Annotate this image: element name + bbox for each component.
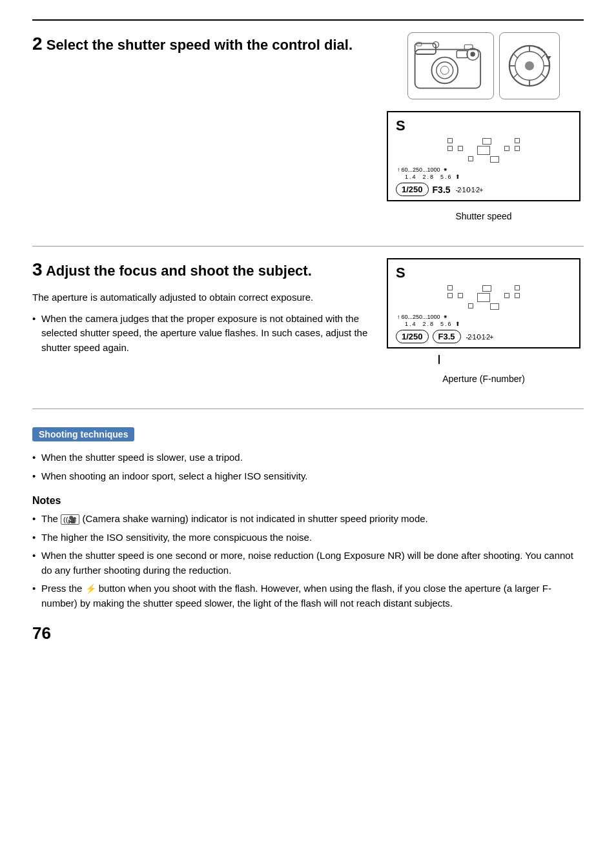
scale-text: 60...250...1000 <box>402 167 440 173</box>
divider-1 <box>32 246 584 247</box>
dot <box>447 138 453 143</box>
svg-point-13 <box>525 61 534 70</box>
lcd2-row3 <box>450 303 517 310</box>
technique-bullet-2: When shooting an indoor sport, select a … <box>32 469 584 484</box>
dial-svg <box>504 40 555 92</box>
lcd2-bottom-row: 1/250 F3.5 -2·1·0·1·2+ <box>396 330 571 343</box>
dot <box>515 285 520 290</box>
notes-list: The ((🎥 (Camera shake warning) indicator… <box>32 512 584 611</box>
step3-title: Adjust the focus and shoot the subject. <box>46 263 312 279</box>
dot <box>458 293 463 298</box>
step3-number: 3 <box>32 259 43 279</box>
dot-rect <box>490 156 499 163</box>
dot <box>468 156 473 161</box>
note-3: When the shutter speed is one second or … <box>32 549 584 578</box>
step2-right: S <box>384 32 584 221</box>
step3-heading: 3 Adjust the focus and shoot the subject… <box>32 258 371 281</box>
step2-left: 2 Select the shutter speed with the cont… <box>32 32 371 221</box>
scale-text: 60...250...1000 <box>402 314 440 320</box>
lcd1-focus-dots <box>396 138 571 164</box>
lcd1-bottom-row: 1/250 F3.5 -2·1·0·1·2+ <box>396 183 571 196</box>
lcd2-s-label: S <box>396 265 571 281</box>
lcd1-row1 <box>447 138 520 145</box>
lcd1-caption: Shutter speed <box>455 211 511 221</box>
lcd1-scale-numbers: 60...250...1000 ⁕ <box>402 167 571 173</box>
camera-images <box>407 32 560 99</box>
top-rule <box>32 19 584 21</box>
step3-right: S <box>384 258 584 384</box>
note-1: The ((🎥 (Camera shake warning) indicator… <box>32 512 584 527</box>
svg-rect-5 <box>457 50 467 57</box>
step2-heading: 2 Select the shutter speed with the cont… <box>32 32 371 56</box>
step3-bullets: When the camera judges that the proper e… <box>32 312 371 356</box>
camera-body-box <box>407 32 494 99</box>
lcd2-ev-scale: -2·1·0·1·2+ <box>466 333 493 341</box>
notes-heading: Notes <box>32 495 584 507</box>
step2-title: Select the shutter speed with the contro… <box>46 37 353 53</box>
aperture-arrow <box>387 355 580 364</box>
lcd2-scale-numbers: 60...250...1000 ⁕ <box>402 314 571 320</box>
step2-section: 2 Select the shutter speed with the cont… <box>32 32 584 234</box>
dot-rect <box>477 146 490 155</box>
lcd2-shutter-speed: 1/250 <box>396 330 429 343</box>
dial-box <box>499 32 560 99</box>
svg-point-7 <box>470 52 475 56</box>
camera-body-svg <box>412 37 489 95</box>
dot <box>515 293 520 298</box>
step3-section: 3 Adjust the focus and shoot the subject… <box>32 258 584 397</box>
step3-body: The aperture is automatically adjusted t… <box>32 290 371 305</box>
dot-rect <box>477 293 490 302</box>
shooting-techniques-badge: Shooting techniques <box>32 427 134 441</box>
page-number: 76 <box>32 623 584 643</box>
dot-rect <box>490 303 499 310</box>
lcd1-scale-row: ↑ 60...250...1000 ⁕ <box>396 167 571 173</box>
lcd-display-2: S <box>387 258 580 348</box>
dot <box>504 146 509 151</box>
lcd-display-1: S <box>387 111 580 201</box>
arrow-line <box>438 355 440 364</box>
lcd2-scale-row: ↑ 60...250...1000 ⁕ <box>396 314 571 320</box>
scale-sub-text: 1.4 2.8 5.6 <box>405 174 453 180</box>
step3-left: 3 Adjust the focus and shoot the subject… <box>32 258 371 384</box>
shooting-techniques-bullets: When the shutter speed is slower, use a … <box>32 450 584 483</box>
svg-rect-10 <box>416 43 421 46</box>
dot <box>458 146 463 151</box>
dot <box>515 146 520 151</box>
svg-point-4 <box>440 66 449 74</box>
lcd1-row3 <box>450 156 517 163</box>
dot <box>504 293 509 298</box>
svg-point-2 <box>431 57 458 84</box>
camera-shake-icon: ((🎥 <box>61 514 79 525</box>
svg-point-3 <box>436 62 453 79</box>
lcd2-row2 <box>447 293 520 302</box>
lcd2-aperture: F3.5 <box>433 330 461 343</box>
step2-number: 2 <box>32 34 43 54</box>
dot-rect <box>482 285 491 292</box>
lcd1-s-label: S <box>396 117 571 134</box>
scale-sub-text: 1.4 2.8 5.6 <box>405 321 453 327</box>
lcd2-scale-sub: 1.4 2.8 5.6 ⬆ <box>396 321 571 327</box>
step3-bullet-1: When the camera judges that the proper e… <box>32 312 371 356</box>
svg-marker-14 <box>546 56 551 60</box>
lcd2-row1 <box>447 285 520 292</box>
divider-2 <box>32 409 584 409</box>
lcd1-aperture: F3.5 <box>433 185 451 195</box>
lcd1-row2 <box>447 146 520 155</box>
lcd1-shutter-speed: 1/250 <box>396 183 429 196</box>
lcd1-ev-scale: -2·1·0·1·2+ <box>456 186 483 194</box>
dot-rect <box>482 138 491 145</box>
shooting-techniques-section: Shooting techniques When the shutter spe… <box>32 421 584 611</box>
dot <box>515 138 520 143</box>
lcd2-focus-dots <box>396 285 571 311</box>
lcd2-caption: Aperture (F-number) <box>442 374 525 384</box>
dot <box>447 285 453 290</box>
note-4: Press the ⚡ button when you shoot with t… <box>32 581 584 611</box>
dot <box>468 303 473 308</box>
note-2: The higher the ISO sensitivity, the more… <box>32 530 584 545</box>
lcd1-scale-sub: 1.4 2.8 5.6 ⬆ <box>396 174 571 180</box>
flash-icon: ⚡ <box>85 583 96 594</box>
dot <box>447 146 453 151</box>
technique-bullet-1: When the shutter speed is slower, use a … <box>32 450 584 465</box>
dot <box>447 293 453 298</box>
